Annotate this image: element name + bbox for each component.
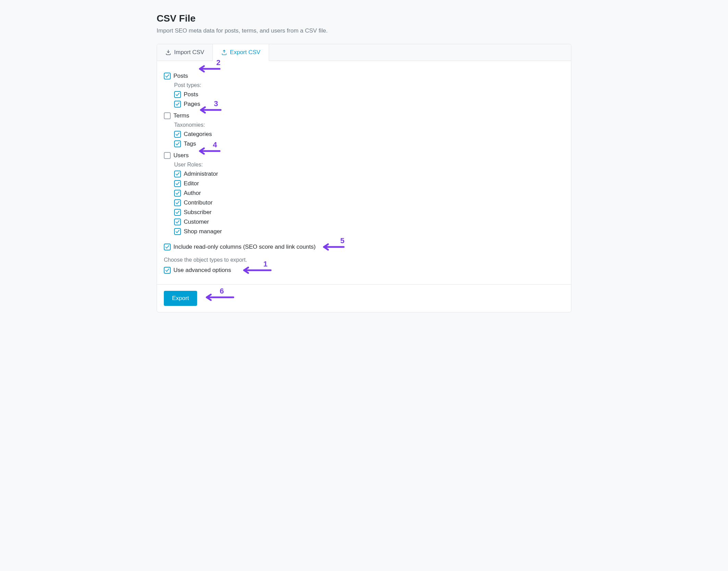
label-posts: Posts xyxy=(173,73,188,79)
label-role: Administrator xyxy=(184,171,218,177)
csv-panel: Import CSV Export CSV 2 3 xyxy=(157,44,571,312)
checkbox-role-contributor[interactable] xyxy=(174,199,181,206)
label-role: Customer xyxy=(184,219,209,225)
checkbox-terms[interactable] xyxy=(164,112,171,119)
annotation-5: 5 xyxy=(320,243,351,251)
label-users: Users xyxy=(173,152,189,159)
tab-export-label: Export CSV xyxy=(230,49,260,56)
checkbox-posts[interactable] xyxy=(164,73,171,79)
checkbox-taxonomy-categories[interactable] xyxy=(174,131,181,138)
label-terms: Terms xyxy=(173,112,189,119)
label-role: Subscriber xyxy=(184,209,211,216)
checkbox-advanced-options[interactable] xyxy=(164,267,171,274)
checkbox-role-subscriber[interactable] xyxy=(174,209,181,216)
label-taxonomy: Categories xyxy=(184,131,212,138)
checkbox-taxonomy-tags[interactable] xyxy=(174,140,181,147)
annotation-number: 6 xyxy=(220,287,224,296)
label-post-type: Posts xyxy=(184,91,198,98)
tab-import-csv[interactable]: Import CSV xyxy=(157,44,213,61)
subheading-user-roles: User Roles: xyxy=(174,160,564,169)
checkbox-role-shop-manager[interactable] xyxy=(174,228,181,235)
page-description: Import SEO meta data for posts, terms, a… xyxy=(157,27,571,34)
checkbox-role-administrator[interactable] xyxy=(174,171,181,177)
checkbox-role-editor[interactable] xyxy=(174,180,181,187)
checkbox-include-readonly[interactable] xyxy=(164,244,171,250)
checkbox-role-author[interactable] xyxy=(174,190,181,197)
subheading-taxonomies: Taxonomies: xyxy=(174,121,564,129)
label-post-type: Pages xyxy=(184,101,200,108)
checkbox-post-type-posts[interactable] xyxy=(174,91,181,98)
group-users: Users User Roles: Administrator Editor A… xyxy=(164,151,564,236)
upload-icon xyxy=(221,49,227,55)
panel-footer: Export 6 xyxy=(157,284,571,312)
arrow-left-icon xyxy=(320,243,344,251)
export-button[interactable]: Export xyxy=(164,291,197,306)
label-role: Shop manager xyxy=(184,228,222,235)
label-advanced-options: Use advanced options xyxy=(173,267,231,274)
checkbox-post-type-pages[interactable] xyxy=(174,101,181,108)
export-content: 2 3 4 Posts xyxy=(157,61,571,284)
choose-note: Choose the object types to export. xyxy=(164,253,564,264)
page-title: CSV File xyxy=(157,13,571,24)
group-terms: Terms Taxonomies: Categories Tags xyxy=(164,111,564,149)
label-role: Contributor xyxy=(184,199,213,206)
tabs: Import CSV Export CSV xyxy=(157,44,571,61)
subheading-post-types: Post types: xyxy=(174,81,564,90)
annotation-6: 6 xyxy=(203,293,240,302)
label-taxonomy: Tags xyxy=(184,140,196,147)
label-role: Author xyxy=(184,190,201,197)
label-include-readonly: Include read-only columns (SEO score and… xyxy=(173,244,316,250)
annotation-number: 5 xyxy=(340,236,344,245)
group-posts: Posts Post types: Posts Pages xyxy=(164,71,564,109)
arrow-left-icon xyxy=(241,266,271,274)
label-role: Editor xyxy=(184,180,199,187)
checkbox-users[interactable] xyxy=(164,152,171,159)
download-icon xyxy=(165,49,171,55)
annotation-1: 1 xyxy=(241,266,278,275)
tab-export-csv[interactable]: Export CSV xyxy=(213,44,269,61)
tab-import-label: Import CSV xyxy=(174,49,204,56)
checkbox-role-customer[interactable] xyxy=(174,219,181,225)
arrow-left-icon xyxy=(203,293,234,301)
